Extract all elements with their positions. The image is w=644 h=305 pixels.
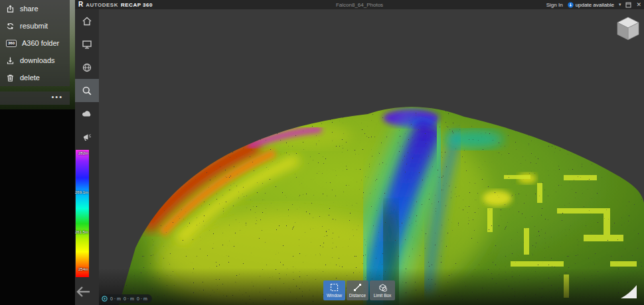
recap-window: share resubmit 360 A360 folder (0, 0, 644, 305)
left-strip: share resubmit 360 A360 folder (0, 0, 75, 305)
menu-item-downloads[interactable]: downloads (0, 52, 70, 69)
restore-window-icon[interactable] (625, 2, 631, 8)
share-icon (6, 5, 15, 13)
legend-label: 254m (78, 267, 88, 271)
distance-icon (353, 283, 362, 292)
legend-label: 282m (78, 151, 88, 155)
monitor-icon (81, 38, 93, 50)
update-label: update available (576, 2, 614, 8)
limit-box-icon (378, 283, 387, 292)
terrain-pointcloud (99, 9, 644, 305)
sidebar-item-display[interactable] (75, 32, 99, 56)
window-select-button[interactable]: Window (323, 280, 345, 300)
menu-item-label: downloads (20, 56, 55, 64)
elevation-legend: 282m 269.1m 261.5m 254m (76, 150, 89, 277)
view-cube[interactable] (615, 15, 641, 41)
brand-recap: RECAP 360 (121, 2, 153, 8)
sidebar-item-cloud[interactable] (75, 102, 99, 125)
close-window-icon[interactable]: ✕ (636, 2, 641, 8)
menu-more-button[interactable]: ••• (0, 91, 70, 105)
navigation-sail-icon[interactable] (619, 284, 638, 300)
downloads-icon (6, 56, 15, 65)
measure-toolbar: Window Distance Limit Box (323, 280, 395, 300)
tool-label: Distance (349, 293, 366, 298)
menu-item-label: resubmit (20, 22, 48, 30)
home-icon (81, 15, 93, 27)
menu-item-delete[interactable]: delete (0, 69, 70, 86)
gps-icon (102, 296, 108, 302)
tool-label: Window (327, 293, 342, 298)
menu-item-label: delete (20, 74, 40, 82)
legend-label: 269.1m (75, 190, 88, 194)
sidebar-item-search[interactable] (75, 79, 99, 102)
sign-in-link[interactable]: Sign In (546, 2, 563, 8)
delete-icon (6, 74, 15, 82)
a360-badge-icon: 360 (6, 40, 17, 47)
context-menu: share resubmit 360 A360 folder (0, 0, 70, 86)
chevron-down-icon[interactable]: ▾ (619, 2, 621, 7)
brand-autodesk: AUTODESK (86, 2, 118, 8)
coordinate-readout: 0 · m 0 · m 0 · m (100, 294, 152, 303)
coord-z: 0 · m (137, 296, 147, 301)
sidebar-item-home[interactable] (75, 9, 99, 32)
menu-item-label: A360 folder (22, 39, 59, 47)
window-select-icon (330, 283, 339, 292)
legend-label: 261.5m (75, 230, 88, 234)
search-icon (81, 85, 93, 97)
menu-item-resubmit[interactable]: resubmit (0, 17, 70, 34)
limit-box-button[interactable]: Limit Box (370, 280, 395, 300)
menu-item-a360-folder[interactable]: 360 A360 folder (0, 34, 70, 52)
titlebar: R AUTODESK RECAP 360 Falcon8_64_Photos S… (75, 0, 644, 9)
sidebar-item-announce[interactable] (75, 125, 99, 149)
update-icon (568, 2, 574, 8)
back-arrow-icon[interactable] (76, 285, 92, 298)
sidebar-item-globe[interactable] (75, 56, 99, 79)
cloud-icon (81, 108, 93, 120)
coord-y: 0 · m (123, 296, 134, 301)
tool-label: Limit Box (374, 293, 392, 298)
distance-button[interactable]: Distance (347, 280, 368, 300)
update-available[interactable]: update available (568, 2, 614, 8)
coord-x: 0 · m (110, 296, 121, 301)
menu-item-label: share (20, 5, 39, 13)
recap-logo-icon: R (78, 1, 83, 8)
brand: R AUTODESK RECAP 360 (75, 1, 153, 8)
menu-item-share[interactable]: share (0, 0, 70, 17)
resubmit-icon (6, 22, 15, 30)
megaphone-icon (81, 131, 93, 143)
pointcloud-viewport[interactable] (99, 9, 644, 305)
globe-icon (81, 62, 93, 74)
document-title: Falcon8_64_Photos (336, 2, 383, 8)
